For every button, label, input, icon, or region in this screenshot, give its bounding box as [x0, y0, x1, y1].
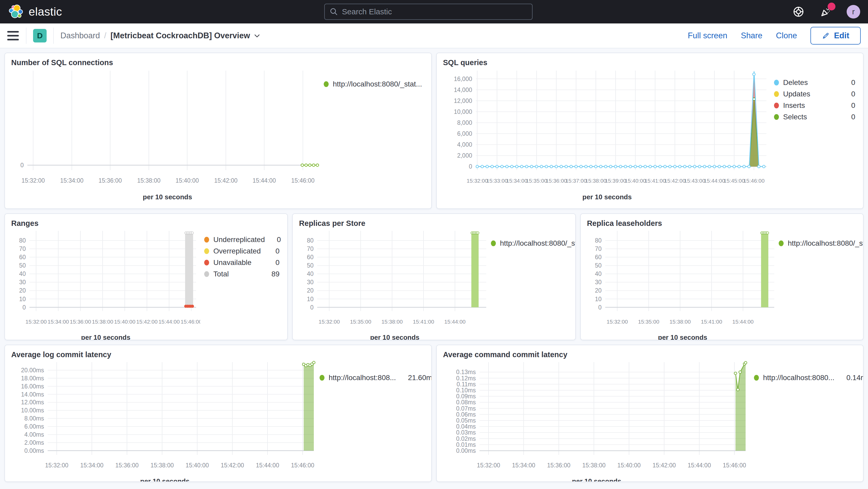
divider	[26, 28, 26, 44]
svg-text:8.00ms: 8.00ms	[25, 415, 44, 422]
panel-replica-leaseholders: Replica leaseholders 15:32:0015:35:0015:…	[580, 213, 864, 340]
legend-value: 0	[269, 236, 281, 244]
svg-text:15:46:00: 15:46:00	[723, 462, 746, 469]
x-axis-title: per 10 seconds	[11, 193, 324, 201]
svg-text:15:34:00: 15:34:00	[506, 178, 527, 184]
svg-text:2.00ms: 2.00ms	[25, 439, 44, 446]
sql-queries-chart[interactable]: 15:32:0015:33:0015:34:0015:35:0015:36:00…	[443, 68, 771, 191]
svg-text:0.10ms: 0.10ms	[456, 387, 476, 394]
svg-text:15:42:00: 15:42:00	[221, 462, 244, 469]
x-axis-title: per 10 seconds	[299, 333, 490, 340]
x-axis-title: per 10 seconds	[443, 193, 771, 201]
legend-item[interactable]: Overreplicated0	[204, 247, 279, 255]
dashboard-toolbar: D Dashboard / [Metricbeat CockroachDB] O…	[0, 24, 868, 48]
panel-title: Average log commit latency	[11, 350, 425, 359]
svg-text:15:35:00: 15:35:00	[350, 318, 371, 325]
ranges-chart[interactable]: 15:32:0015:34:0015:36:0015:38:0015:40:00…	[11, 229, 200, 332]
newsfeed-icon[interactable]	[819, 5, 832, 18]
svg-text:15:40:00: 15:40:00	[114, 318, 135, 325]
legend-item[interactable]: Inserts0	[774, 101, 855, 110]
svg-text:15:35:00: 15:35:00	[638, 318, 659, 325]
svg-text:0.13ms: 0.13ms	[456, 369, 476, 375]
legend-item[interactable]: Total89	[204, 270, 279, 278]
space-badge[interactable]: D	[33, 29, 46, 42]
svg-text:15:35:00: 15:35:00	[526, 178, 547, 184]
sql-connections-chart[interactable]: 15:32:0015:34:0015:36:0015:38:0015:40:00…	[11, 68, 324, 191]
legend-item[interactable]: Deletes0	[774, 79, 855, 87]
svg-text:15:32:00: 15:32:00	[477, 462, 500, 469]
svg-text:0.07ms: 0.07ms	[456, 405, 476, 412]
panel-title: Number of SQL connections	[11, 58, 425, 67]
svg-text:10.00ms: 10.00ms	[21, 407, 44, 414]
svg-text:15:38:00: 15:38:00	[137, 177, 161, 184]
legend-item[interactable]: http://localhost:8080/_stat...0	[324, 80, 424, 88]
svg-text:40: 40	[595, 270, 601, 277]
legend-item[interactable]: Updates0	[774, 90, 855, 98]
svg-text:15:34:00: 15:34:00	[60, 177, 84, 184]
svg-text:0.00ms: 0.00ms	[25, 447, 44, 454]
full-screen-link[interactable]: Full screen	[688, 31, 727, 40]
legend-label: Inserts	[783, 101, 805, 110]
global-search[interactable]	[324, 4, 533, 20]
legend-label: http://localhost:8080/_stat...	[333, 80, 422, 88]
replica-leaseholders-chart[interactable]: 15:32:0015:35:0015:38:0015:41:0015:44:00…	[587, 229, 778, 332]
svg-text:15:36:00: 15:36:00	[547, 462, 570, 469]
svg-text:15:32:00: 15:32:00	[607, 318, 628, 325]
svg-text:60: 60	[19, 254, 26, 261]
legend-item[interactable]: Selects0	[774, 113, 855, 121]
legend-dot	[779, 241, 784, 246]
svg-text:30: 30	[19, 279, 26, 285]
svg-text:70: 70	[19, 245, 26, 252]
legend-item[interactable]: http://localhost:8080/_sta...89	[491, 239, 567, 247]
search-input[interactable]	[342, 7, 527, 16]
page-title[interactable]: [Metricbeat CockroachDB] Overview	[111, 31, 260, 40]
svg-text:15:32:00: 15:32:00	[22, 177, 45, 184]
legend-item[interactable]: http://localhost:808...21.60ms	[319, 374, 424, 382]
svg-text:15:42:00: 15:42:00	[136, 318, 158, 325]
legend-item[interactable]: http://localhost:8080/_sta...89	[779, 239, 855, 247]
svg-text:0: 0	[20, 162, 24, 169]
legend-label: http://localhost:8080/_sta...	[500, 239, 576, 247]
breadcrumb: Dashboard / [Metricbeat CockroachDB] Ove…	[60, 31, 260, 40]
legend-dot	[774, 114, 779, 120]
svg-text:6.00ms: 6.00ms	[25, 423, 44, 430]
legend-dot	[319, 375, 324, 380]
menu-icon[interactable]	[7, 31, 19, 40]
svg-text:50: 50	[19, 262, 26, 269]
svg-text:15:43:00: 15:43:00	[684, 178, 705, 184]
replicas-per-store-chart[interactable]: 15:32:0015:35:0015:38:0015:41:0015:44:00…	[299, 229, 490, 332]
edit-button[interactable]: Edit	[810, 27, 861, 44]
chart-legend: http://localhost:8080...0.14ms	[754, 374, 857, 382]
breadcrumb-dashboard[interactable]: Dashboard	[60, 31, 100, 40]
legend-dot	[754, 375, 759, 380]
legend-label: Overreplicated	[213, 247, 261, 255]
svg-text:15:40:00: 15:40:00	[176, 177, 199, 184]
svg-text:15:37:00: 15:37:00	[565, 178, 587, 184]
svg-text:15:45:00: 15:45:00	[723, 178, 745, 184]
help-icon[interactable]	[792, 5, 805, 18]
dashboard-grid: Number of SQL connections 15:32:0015:34:…	[0, 48, 868, 486]
share-link[interactable]: Share	[741, 31, 763, 40]
svg-text:0.09ms: 0.09ms	[456, 393, 476, 400]
legend-item[interactable]: Unavailable0	[204, 258, 279, 267]
avatar[interactable]: r	[847, 5, 860, 19]
svg-text:15:46:00: 15:46:00	[291, 177, 315, 184]
legend-dot	[324, 81, 329, 87]
legend-label: http://localhost:808...	[329, 374, 396, 382]
avg-command-commit-latency-chart[interactable]: 15:32:0015:34:0015:36:0015:38:0015:40:00…	[443, 360, 750, 476]
svg-text:15:46:00: 15:46:00	[291, 462, 314, 469]
legend-dot	[491, 241, 496, 246]
legend-item[interactable]: http://localhost:8080...0.14ms	[754, 374, 855, 382]
panel-title: SQL queries	[443, 58, 857, 67]
x-axis-title: per 10 seconds	[587, 333, 778, 340]
svg-text:15:32:00: 15:32:00	[26, 318, 47, 325]
svg-text:0.11ms: 0.11ms	[457, 381, 476, 388]
svg-text:15:41:00: 15:41:00	[413, 318, 434, 325]
elastic-logo[interactable]: elastic	[8, 4, 62, 20]
clone-link[interactable]: Clone	[776, 31, 797, 40]
panel-title: Average command commit latency	[443, 350, 857, 359]
panel-avg-command-commit-latency: Average command commit latency 15:32:001…	[436, 345, 864, 482]
svg-text:0.05ms: 0.05ms	[456, 417, 476, 424]
avg-log-commit-latency-chart[interactable]: 15:32:0015:34:0015:36:0015:38:0015:40:00…	[11, 360, 318, 476]
legend-item[interactable]: Underreplicated0	[204, 236, 279, 244]
